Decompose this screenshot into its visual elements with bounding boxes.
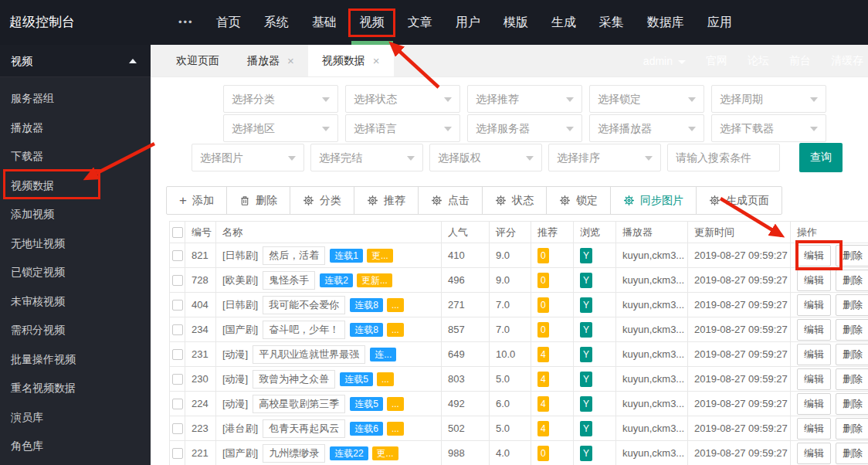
filter-select-1-5[interactable]: 选择周期: [711, 85, 826, 113]
nav-item-8[interactable]: 生成: [540, 0, 588, 45]
select-value: 选择服务器: [476, 122, 530, 134]
filter-select-2-4[interactable]: 选择播放器: [589, 114, 704, 142]
toolbar-button-4[interactable]: 推荐: [354, 186, 419, 215]
tab-2[interactable]: 播放器×: [233, 45, 308, 76]
delete-button[interactable]: 删除: [836, 319, 868, 341]
nav-item-9[interactable]: 采集: [588, 0, 636, 45]
delete-button[interactable]: 删除: [836, 443, 868, 464]
user-menu[interactable]: admin: [643, 55, 686, 67]
row-checkbox[interactable]: [172, 275, 183, 286]
nav-item-label: 系统: [264, 15, 289, 29]
sidebar-item-4[interactable]: 视频数据: [0, 171, 151, 201]
sidebar-item-9[interactable]: 需积分视频: [0, 316, 151, 345]
search-button[interactable]: 查询: [799, 143, 843, 172]
filter-select-1-2[interactable]: 选择状态: [345, 85, 460, 113]
sidebar-item-11[interactable]: 重名视频数据: [0, 374, 151, 403]
sidebar-item-5[interactable]: 添加视频: [0, 200, 151, 229]
filter-select-1-3[interactable]: 选择推荐: [467, 85, 582, 113]
toolbar-button-9[interactable]: 生成页面: [696, 186, 782, 215]
delete-button[interactable]: 删除: [836, 294, 868, 316]
filter-select-3-4[interactable]: 选择排序: [548, 144, 661, 171]
cell-popularity: 496: [442, 268, 490, 293]
sidebar-item-12[interactable]: 演员库: [0, 403, 151, 433]
sidebar-item-1[interactable]: 服务器组: [0, 84, 151, 114]
edit-button[interactable]: 编辑: [797, 393, 831, 415]
sidebar-item-3[interactable]: 下载器: [0, 142, 151, 171]
delete-button[interactable]: 删除: [836, 245, 868, 266]
filter-select-3-3[interactable]: 选择版权: [429, 144, 542, 171]
nav-item-7[interactable]: 模版: [492, 0, 540, 45]
toolbar-button-2[interactable]: 删除: [226, 186, 290, 215]
filter-select-2-1[interactable]: 选择地区: [223, 114, 338, 142]
filter-select-1-4[interactable]: 选择锁定: [589, 85, 704, 113]
recommend-badge: 4: [537, 421, 549, 436]
more-icon[interactable]: •••: [178, 0, 194, 45]
close-icon[interactable]: ×: [287, 55, 294, 66]
row-checkbox[interactable]: [172, 300, 183, 311]
delete-button[interactable]: 删除: [836, 344, 868, 365]
gear-icon: [495, 195, 507, 206]
edit-button[interactable]: 编辑: [797, 245, 831, 266]
edit-button[interactable]: 编辑: [797, 270, 831, 291]
edit-button[interactable]: 编辑: [797, 418, 831, 440]
browse-badge: Y: [580, 248, 592, 263]
edit-button[interactable]: 编辑: [797, 443, 831, 464]
search-input[interactable]: [667, 144, 780, 171]
chevron-down-icon: [526, 156, 534, 161]
user-link-2[interactable]: 论坛: [748, 54, 769, 68]
cell-popularity: 803: [442, 367, 490, 392]
nav-item-1[interactable]: 首页: [205, 0, 253, 45]
tab-1[interactable]: 欢迎页面: [162, 45, 233, 76]
nav-item-3[interactable]: 基础: [300, 0, 348, 45]
toolbar-button-3[interactable]: 分类: [290, 186, 354, 215]
nav-item-5[interactable]: 文章: [396, 0, 444, 45]
delete-button[interactable]: 删除: [836, 393, 868, 415]
filter-select-2-5[interactable]: 选择下载器: [711, 114, 826, 142]
nav-item-10[interactable]: 数据库: [636, 0, 696, 45]
row-checkbox[interactable]: [172, 374, 183, 385]
row-checkbox[interactable]: [172, 324, 183, 335]
nav-item-6[interactable]: 用户: [444, 0, 492, 45]
row-checkbox[interactable]: [172, 399, 183, 409]
tab-3[interactable]: 视频数据×: [308, 45, 394, 76]
sidebar-group-video[interactable]: 视频: [0, 45, 151, 77]
filter-select-2-3[interactable]: 选择服务器: [467, 114, 582, 142]
delete-button[interactable]: 删除: [836, 270, 868, 291]
sidebar-item-8[interactable]: 未审核视频: [0, 287, 151, 317]
edit-button[interactable]: 编辑: [797, 368, 831, 390]
edit-button[interactable]: 编辑: [797, 294, 831, 316]
select-value: 选择语言: [354, 122, 397, 134]
toolbar-button-5[interactable]: 点击: [418, 186, 483, 215]
sidebar-item-2[interactable]: 播放器: [0, 114, 151, 143]
filter-select-1-1[interactable]: 选择分类: [223, 85, 338, 113]
nav-item-11[interactable]: 应用: [696, 0, 744, 45]
sidebar-item-7[interactable]: 已锁定视频: [0, 258, 151, 287]
user-link-3[interactable]: 前台: [789, 54, 811, 68]
toolbar-button-7[interactable]: 锁定: [546, 186, 611, 215]
filter-select-2-2[interactable]: 选择语言: [345, 114, 460, 142]
row-checkbox[interactable]: [172, 250, 183, 261]
edit-button[interactable]: 编辑: [797, 344, 831, 365]
toolbar-button-8[interactable]: 同步图片: [610, 186, 697, 215]
toolbar-button-6[interactable]: 状态: [482, 186, 547, 215]
close-icon[interactable]: ×: [373, 55, 380, 66]
nav-item-4[interactable]: 视频: [348, 0, 396, 45]
nav-item-2[interactable]: 系统: [253, 0, 300, 45]
user-link-4[interactable]: 清缓存: [831, 54, 863, 68]
user-link-1[interactable]: 官网: [706, 54, 727, 68]
delete-button[interactable]: 删除: [836, 368, 868, 390]
filter-select-3-1[interactable]: 选择图片: [192, 144, 304, 171]
delete-button[interactable]: 删除: [836, 418, 868, 440]
sidebar-item-6[interactable]: 无地址视频: [0, 229, 151, 259]
cell-browse: Y: [574, 268, 616, 293]
filter-select-3-2[interactable]: 选择完结: [310, 144, 423, 171]
sidebar-item-10[interactable]: 批量操作视频: [0, 345, 151, 375]
row-checkbox[interactable]: [172, 423, 183, 434]
sidebar-item-13[interactable]: 角色库: [0, 432, 151, 461]
cell-id: 821: [185, 243, 216, 268]
edit-button[interactable]: 编辑: [797, 319, 831, 341]
row-checkbox[interactable]: [172, 349, 183, 360]
toolbar-button-1[interactable]: +添加: [166, 186, 227, 215]
select-all-checkbox[interactable]: [172, 227, 183, 238]
row-checkbox[interactable]: [172, 448, 183, 459]
